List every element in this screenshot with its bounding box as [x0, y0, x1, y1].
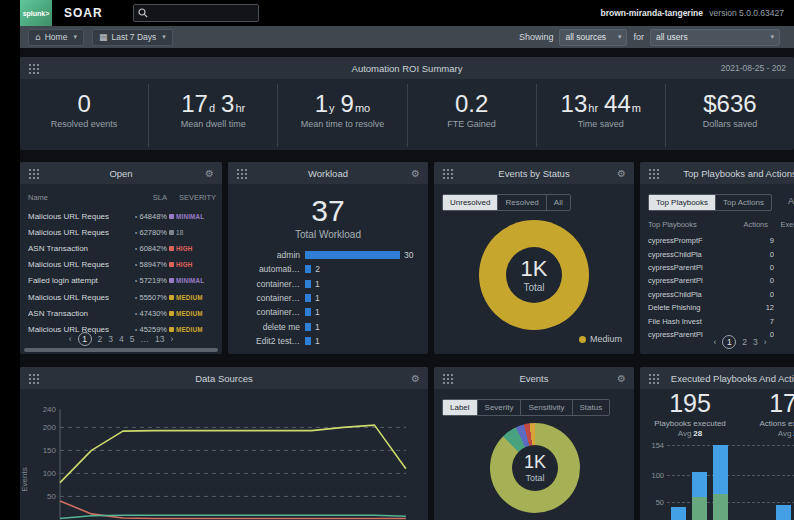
playbook-row[interactable]: cypressPromptF 9 52 sec [648, 234, 794, 247]
data-sources-line-chart[interactable]: 24020015010050 [34, 407, 414, 520]
workload-bar-value: 1 [315, 279, 320, 289]
playbooks-tab-top-playbooks[interactable]: Top Playbooks [649, 195, 716, 210]
workload-bar [305, 294, 311, 302]
playbook-row[interactable]: cypressParentPl 0 1.8 sec [648, 274, 794, 287]
playbook-row[interactable]: cypressChildPla 0 0.5 sec [648, 288, 794, 301]
stat-label: Actions executed [740, 419, 794, 428]
sources-select[interactable]: all sources ▾ [559, 29, 627, 46]
home-menu-button[interactable]: ⌂ Home ▾ [28, 29, 84, 46]
pager-page-13[interactable]: 13 [155, 334, 164, 344]
events-donut-chart[interactable]: 1K Total [490, 423, 580, 513]
pager-prev-button[interactable]: ‹ [713, 337, 716, 347]
drag-handle-icon[interactable] [28, 63, 40, 74]
events-tab-severity[interactable]: Severity [478, 400, 522, 415]
gear-icon[interactable]: ⚙ [205, 168, 214, 179]
events-status-donut-chart[interactable]: 1K Total [479, 220, 589, 330]
pager-next-button[interactable]: › [170, 334, 173, 344]
pager-page-1[interactable]: 1 [722, 335, 736, 349]
playbook-row[interactable]: cypressChildPla 0 0.6 sec [648, 247, 794, 260]
pager-page-3[interactable]: 3 [753, 337, 758, 347]
status-tab-resolved[interactable]: Resolved [498, 195, 546, 210]
pager-page-2[interactable]: 2 [742, 337, 747, 347]
playbook-actions-count: 0 [740, 250, 774, 259]
playbooks-tab-top-actions[interactable]: Top Actions [716, 195, 771, 210]
pager-page-3[interactable]: 3 [108, 334, 113, 344]
event-name: ASN Transaction [28, 309, 109, 318]
horizontal-scrollbar[interactable] [24, 348, 218, 352]
event-row[interactable]: Malicious URL Request Attempt •55507% ME… [28, 289, 216, 305]
search-input[interactable] [148, 7, 254, 19]
drag-handle-icon[interactable] [648, 168, 660, 179]
open-events-table: Malicious URL Request Attempt •64848% MI… [28, 208, 216, 338]
pagination: ‹12345…13› [20, 332, 222, 346]
events-tab-status[interactable]: Status [573, 400, 610, 415]
stacked-bar[interactable] [713, 445, 728, 520]
events-tab-sensitivity[interactable]: Sensitivity [521, 400, 572, 415]
event-row[interactable]: ASN Transaction •60842% HIGH [28, 240, 216, 256]
pager-next-button[interactable]: › [764, 337, 767, 347]
pager-page-2[interactable]: 2 [98, 334, 103, 344]
drag-handle-icon[interactable] [236, 168, 248, 179]
workload-bar-row[interactable]: container… 1 [238, 305, 424, 319]
event-row[interactable]: Failed login attempt •57219% MINIMAL [28, 273, 216, 289]
stacked-bar[interactable] [671, 507, 686, 520]
pager-page-4[interactable]: 4 [119, 334, 124, 344]
drag-handle-icon[interactable] [442, 168, 454, 179]
playbook-row[interactable]: Delete Phishing 12 3.8 sec [648, 301, 794, 314]
svg-text:200: 200 [43, 423, 57, 432]
event-row[interactable]: Malicious URL Request Attempt •62780% 18 [28, 224, 216, 240]
gear-icon[interactable]: ⚙ [617, 373, 626, 384]
severity-badge: HIGH [176, 245, 216, 252]
users-select[interactable]: all users ▾ [650, 29, 780, 46]
status-tab-all[interactable]: All [547, 195, 570, 210]
playbook-name: Delete Phishing [648, 303, 740, 312]
severity-badge: 18 [176, 229, 216, 236]
playbook-row[interactable]: File Hash Invest 7 17 min [648, 314, 794, 327]
time-range-button[interactable]: ▦ Last 7 Days ▾ [92, 29, 173, 46]
roi-stat-value: 0 [20, 91, 148, 116]
roi-stat-label: Time saved [537, 119, 665, 129]
workload-bar-row[interactable]: container… 1 [238, 277, 424, 291]
instance-name: brown-miranda-tangerine [600, 8, 702, 18]
playbook-execute-time: 0.5 sec [774, 290, 794, 299]
gear-icon[interactable]: ⚙ [411, 373, 420, 384]
event-sla: •55507% [109, 293, 167, 302]
playbook-name: File Hash Invest [648, 317, 740, 326]
workload-bar-row[interactable]: container… 1 [238, 291, 424, 305]
event-row[interactable]: Malicious URL Request Attempt •64848% MI… [28, 208, 216, 224]
status-tab-unresolved[interactable]: Unresolved [443, 195, 498, 210]
severity-badge: MEDIUM [176, 294, 216, 301]
drag-handle-icon[interactable] [28, 168, 40, 179]
event-row[interactable]: Malicious URL Request Attempt •58947% HI… [28, 257, 216, 273]
drag-handle-icon[interactable] [28, 373, 40, 384]
drag-handle-icon[interactable] [648, 373, 660, 384]
pager-page-5[interactable]: 5 [130, 334, 135, 344]
workload-bar-row[interactable]: Edit2 test… 1 [238, 334, 424, 348]
workload-bar-row[interactable]: delete me 1 [238, 319, 424, 333]
stacked-bar[interactable] [692, 472, 707, 520]
y-axis-label: Events [20, 467, 29, 491]
open-events-panel: Open ⚙ Name SLA SEVERITY Malicious URL R… [20, 162, 222, 354]
roi-stat-value: 13hr44m [537, 91, 665, 116]
pager-ellipsis: … [140, 334, 149, 344]
workload-bar-value: 1 [315, 336, 320, 346]
drag-handle-icon[interactable] [442, 373, 454, 384]
gear-icon[interactable]: ⚙ [411, 168, 420, 179]
pager-page-1[interactable]: 1 [78, 332, 92, 346]
workload-owner-label: delete me [238, 322, 305, 332]
workload-bar-row[interactable]: admin 30 [238, 248, 424, 262]
playbook-row[interactable]: cypressParentPl 0 1.9 sec [648, 261, 794, 274]
pager-prev-button[interactable]: ‹ [69, 334, 72, 344]
workload-total-label: Total Workload [228, 229, 428, 240]
events-tab-label[interactable]: Label [443, 400, 478, 415]
gear-icon[interactable]: ⚙ [617, 168, 626, 179]
search-box[interactable] [133, 4, 259, 22]
workload-owner-label: Edit2 test… [238, 336, 305, 346]
stacked-bar[interactable] [776, 505, 791, 520]
executed-playbooks-panel: Executed Playbooks And Actions ⚙ 195 Pla… [640, 367, 794, 520]
event-row[interactable]: ASN Transaction •47430% MEDIUM [28, 305, 216, 321]
workload-bar-row[interactable]: automati… 2 [238, 262, 424, 276]
splunk-logo[interactable]: splunk> [20, 0, 52, 26]
roi-stat-label: Dollars saved [666, 119, 794, 129]
bar-segment-blue [713, 445, 728, 494]
